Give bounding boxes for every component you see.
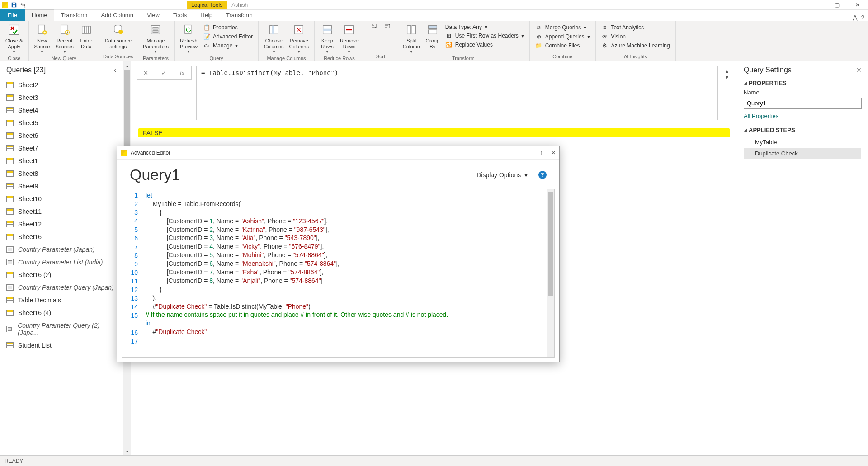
contextual-tab-logical-tools[interactable]: Logical Tools	[187, 1, 227, 9]
query-name-input[interactable]	[744, 98, 862, 109]
tab-home[interactable]: Home	[25, 9, 54, 21]
query-item[interactable]: Country Parameter (Japan)	[0, 243, 123, 256]
step-up-icon[interactable]: ▴	[726, 68, 728, 74]
sort-desc-button[interactable]	[381, 22, 394, 33]
group-by-button[interactable]: Group By	[423, 22, 443, 51]
query-item[interactable]: Sheet3	[0, 91, 123, 104]
query-item[interactable]: Sheet8	[0, 167, 123, 180]
group-label-parameters: Parameters	[140, 55, 171, 62]
query-item[interactable]: Table Decimals	[0, 294, 123, 306]
query-item-label: Sheet4	[18, 107, 38, 114]
minimize-icon[interactable]: —	[806, 0, 826, 10]
keep-rows-button[interactable]: Keep Rows▾	[317, 22, 337, 55]
properties-section-title[interactable]: PROPERTIES	[744, 80, 862, 86]
group-label-reduce-rows: Reduce Rows	[317, 55, 361, 62]
result-value: FALSE	[138, 128, 730, 137]
table-icon	[6, 297, 14, 303]
azure-ml-button[interactable]: ⚙Azure Machine Learning	[599, 42, 672, 50]
manage-parameters-button[interactable]: Manage Parameters▾	[140, 22, 171, 55]
properties-button[interactable]: 📋Properties	[201, 24, 255, 32]
table-icon	[6, 272, 14, 278]
applied-step[interactable]: Duplicate Check	[744, 148, 861, 159]
advanced-editor-heading: Query1	[130, 166, 180, 184]
query-item[interactable]: Sheet9	[0, 180, 123, 193]
adv-minimize-icon[interactable]: —	[523, 150, 528, 156]
applied-step[interactable]: MyTable	[744, 137, 861, 148]
manage-button[interactable]: 🗂Manage ▾	[201, 42, 255, 50]
tab-view[interactable]: View	[140, 9, 166, 21]
query-item[interactable]: Sheet1	[0, 155, 123, 167]
query-item[interactable]: Country Parameter Query (2) (Japa...	[0, 319, 123, 339]
tab-file[interactable]: File	[0, 9, 25, 21]
adv-maximize-icon[interactable]: ▢	[537, 150, 542, 156]
remove-rows-button[interactable]: Remove Rows▾	[337, 22, 361, 55]
applied-steps-title[interactable]: APPLIED STEPS	[744, 127, 862, 133]
query-item[interactable]: Sheet11	[0, 205, 123, 218]
collapse-ribbon-icon[interactable]: ⋀	[853, 14, 858, 21]
table-icon	[6, 94, 14, 101]
query-item[interactable]: Sheet6	[0, 129, 123, 142]
query-item-label: Country Parameter List (India)	[18, 259, 103, 266]
accept-formula-icon[interactable]: ✓	[155, 66, 173, 79]
enter-data-button[interactable]: Enter Data	[76, 22, 96, 51]
tab-tools[interactable]: Tools	[166, 9, 193, 21]
choose-columns-button[interactable]: Choose Columns▾	[261, 22, 286, 55]
first-row-headers-button[interactable]: ⊞Use First Row as Headers ▾	[443, 32, 526, 40]
close-apply-button[interactable]: Close & Apply▾	[3, 22, 26, 55]
query-item[interactable]: Sheet12	[0, 218, 123, 231]
help-icon[interactable]: ?	[861, 14, 864, 21]
collapse-queries-icon[interactable]: ‹	[114, 66, 116, 74]
query-item[interactable]: Sheet7	[0, 142, 123, 155]
vision-button[interactable]: 👁Vision	[599, 33, 672, 41]
append-queries-button[interactable]: ⊕Append Queries ▾	[533, 33, 592, 41]
query-item[interactable]: Sheet16	[0, 231, 123, 243]
tab-transform-context[interactable]: Transform	[219, 9, 259, 21]
adv-close-icon[interactable]: ✕	[551, 150, 556, 156]
query-item[interactable]: Sheet16 (2)	[0, 268, 123, 281]
query-item-label: Sheet3	[18, 94, 38, 101]
split-column-button[interactable]: Split Column▾	[400, 22, 423, 55]
group-label-sort: Sort	[367, 53, 394, 60]
replace-values-button[interactable]: 🔁Replace Values	[443, 41, 526, 49]
close-settings-icon[interactable]: ✕	[856, 66, 862, 74]
tab-help[interactable]: Help	[193, 9, 219, 21]
remove-columns-button[interactable]: Remove Columns▾	[287, 22, 311, 55]
query-item[interactable]: Sheet16 (4)	[0, 306, 123, 319]
data-type-dropdown[interactable]: Data Type: Any ▾	[443, 24, 526, 31]
query-item[interactable]: Sheet2	[0, 79, 123, 91]
all-properties-link[interactable]: All Properties	[744, 113, 778, 119]
svg-rect-9	[153, 27, 159, 29]
query-item[interactable]: Sheet5	[0, 117, 123, 129]
cancel-formula-icon[interactable]: ✕	[137, 66, 155, 79]
advanced-editor-button[interactable]: 📝Advanced Editor	[201, 33, 255, 41]
query-item[interactable]: Sheet10	[0, 193, 123, 205]
tab-transform[interactable]: Transform	[54, 9, 94, 21]
combine-files-button[interactable]: 📁Combine Files	[533, 42, 592, 50]
merge-queries-button[interactable]: ⧉Merge Queries ▾	[533, 24, 592, 32]
sort-asc-button[interactable]	[367, 22, 381, 33]
display-options-dropdown[interactable]: Display Options ▾	[476, 171, 528, 179]
tab-add-column[interactable]: Add Column	[94, 9, 140, 21]
undo-dropdown-icon[interactable]	[20, 2, 26, 8]
refresh-preview-button[interactable]: Refresh Preview▾	[177, 22, 200, 55]
new-source-button[interactable]: New Source▾	[32, 22, 53, 55]
contextual-tab-ashish[interactable]: Ashish	[227, 1, 252, 9]
code-scrollbar[interactable]	[547, 189, 554, 357]
close-icon[interactable]: ✕	[847, 0, 868, 10]
adv-help-icon[interactable]: ?	[538, 171, 547, 179]
table-icon	[6, 183, 14, 189]
query-item[interactable]: Country Parameter Query (Japan)	[0, 281, 123, 294]
recent-sources-button[interactable]: Recent Sources▾	[52, 22, 76, 55]
query-item-label: Sheet11	[18, 208, 42, 215]
query-item[interactable]: Sheet4	[0, 104, 123, 117]
save-icon[interactable]	[11, 2, 17, 8]
step-down-icon[interactable]: ▾	[726, 74, 728, 80]
formula-bar[interactable]: = Table.IsDistinct(MyTable, "Phone")	[196, 66, 718, 120]
query-item[interactable]: Country Parameter List (India)	[0, 256, 123, 268]
data-source-settings-button[interactable]: Data source settings	[102, 22, 134, 51]
fx-icon[interactable]: fx	[173, 66, 191, 79]
query-item[interactable]: Student List	[0, 339, 123, 352]
text-analytics-button[interactable]: ≡Text Analytics	[599, 24, 672, 32]
code-editor[interactable]: 123456789101112131415 1617 let MyTable =…	[122, 189, 555, 358]
maximize-icon[interactable]: ▢	[826, 0, 847, 10]
